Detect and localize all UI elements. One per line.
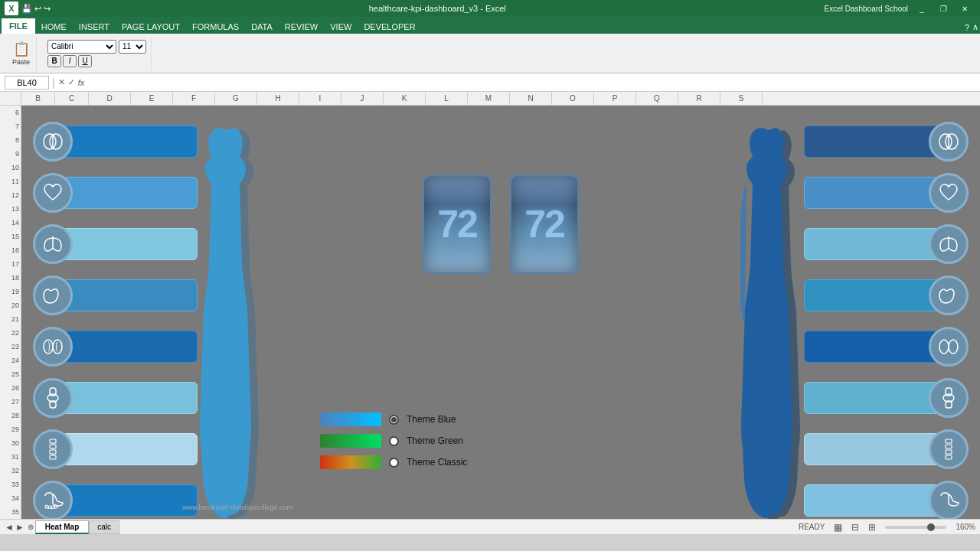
theme-blue-radio[interactable]	[389, 415, 399, 425]
col-header-P[interactable]: P	[594, 92, 636, 105]
col-header-H[interactable]: H	[257, 92, 299, 105]
tab-formulas[interactable]: FORMULAS	[186, 20, 245, 34]
organ-row-right-knee	[804, 373, 969, 422]
grid-content[interactable]: 72 72 Theme Blue Theme Gre	[21, 106, 980, 519]
svg-rect-27	[946, 439, 952, 443]
sheet-scroll-right[interactable]: ►	[15, 522, 24, 533]
redo-icon[interactable]: ↪	[44, 4, 51, 14]
status-right: READY ▦ ⊟ ⊞ 160%	[799, 522, 975, 533]
row-25: 25	[0, 367, 21, 381]
bold-button[interactable]: B	[47, 55, 61, 67]
organ-row-knee	[33, 373, 198, 422]
theme-blue-radio-dot	[391, 417, 397, 422]
bottom-status-bar: ◄ ► ⊕ Heat Map calc READY ▦ ⊟ ⊞ 160%	[0, 519, 980, 534]
row-35: 35	[0, 505, 21, 519]
tab-file[interactable]: FILE	[2, 18, 35, 34]
quick-access-toolbar: 💾 ↩ ↪	[21, 4, 51, 14]
col-header-B[interactable]: B	[21, 92, 55, 105]
kidneys-icon-right	[938, 338, 959, 355]
spine-icon-circle	[33, 429, 73, 469]
tab-page-layout[interactable]: PAGE LAYOUT	[116, 20, 186, 34]
row-34: 34	[0, 491, 21, 505]
cancel-icon[interactable]: ✕	[58, 77, 65, 87]
dashboard-container: 72 72 Theme Blue Theme Gre	[29, 113, 972, 511]
col-header-J[interactable]: J	[341, 92, 384, 105]
page-break-icon[interactable]: ⊞	[868, 522, 876, 533]
knee-icon-right	[941, 387, 956, 409]
col-header-G[interactable]: G	[215, 92, 257, 105]
row-11: 11	[0, 174, 21, 188]
undo-icon[interactable]: ↩	[34, 4, 41, 14]
col-header-E[interactable]: E	[131, 92, 173, 105]
theme-option-green[interactable]: Theme Green	[320, 434, 467, 448]
formula-input[interactable]	[87, 76, 975, 90]
col-header-M[interactable]: M	[468, 92, 510, 105]
save-icon[interactable]: 💾	[21, 4, 32, 14]
tab-insert[interactable]: INSERT	[73, 20, 116, 34]
tab-view[interactable]: VIEW	[324, 20, 358, 34]
font-family-select[interactable]: Calibri	[47, 40, 116, 54]
underline-button[interactable]: U	[78, 55, 92, 67]
col-header-F[interactable]: F	[173, 92, 215, 105]
theme-option-blue[interactable]: Theme Blue	[320, 412, 467, 426]
organ-row-right-kidneys	[804, 322, 969, 371]
font-size-select[interactable]: 11	[119, 40, 146, 54]
row-30: 30	[0, 436, 21, 450]
italic-button[interactable]: I	[63, 55, 77, 67]
sheet-add-button[interactable]: ⊕	[28, 523, 34, 531]
app-branding: Excel Dashboard School	[824, 5, 908, 13]
lungs-icon-right	[938, 234, 959, 254]
sheet-tab-heatmap[interactable]: Heat Map	[35, 520, 89, 534]
row-19: 19	[0, 285, 21, 298]
close-button[interactable]: ✕	[954, 0, 975, 17]
col-header-O[interactable]: O	[552, 92, 594, 105]
enter-icon[interactable]: ✓	[68, 77, 75, 87]
window-controls[interactable]: _ ❐ ✕	[911, 0, 975, 17]
spine-icon-right	[943, 439, 954, 460]
svg-point-15	[45, 505, 48, 508]
formula-bar: | ✕ ✓ fx	[0, 73, 980, 92]
ready-status: READY	[799, 523, 825, 531]
organ-row-right-stomach	[804, 271, 969, 320]
svg-point-17	[51, 506, 54, 509]
sheet-scroll-left[interactable]: ◄	[5, 522, 14, 533]
knee-icon	[45, 387, 60, 409]
col-header-R[interactable]: R	[678, 92, 720, 105]
sheet-tab-calc[interactable]: calc	[89, 520, 119, 534]
heart-icon-right	[939, 184, 959, 202]
organ-row-heart	[33, 168, 198, 217]
svg-rect-30	[946, 455, 952, 459]
theme-green-radio[interactable]	[389, 436, 399, 446]
col-header-C[interactable]: C	[55, 92, 89, 105]
left-body-silhouette	[175, 113, 286, 519]
row-20: 20	[0, 298, 21, 312]
zoom-level: 160%	[956, 523, 975, 531]
help-icon[interactable]: ?	[965, 23, 969, 32]
normal-view-icon[interactable]: ▦	[834, 522, 842, 533]
tab-data[interactable]: DATA	[245, 20, 279, 34]
ribbon-collapse-icon[interactable]: ∧	[972, 22, 978, 32]
name-box[interactable]	[5, 76, 49, 90]
col-header-S[interactable]: S	[720, 92, 763, 105]
knee-icon-circle-right	[929, 378, 969, 418]
col-header-K[interactable]: K	[384, 92, 426, 105]
col-header-N[interactable]: N	[510, 92, 552, 105]
main-area: 6 7 8 9 10 11 12 13 14 15 16 17 18 19 20…	[0, 106, 980, 519]
page-layout-icon[interactable]: ⊟	[851, 522, 859, 533]
tab-developer[interactable]: DEVELOPER	[358, 20, 421, 34]
tab-review[interactable]: REVIEW	[279, 20, 324, 34]
col-header-Q[interactable]: Q	[636, 92, 678, 105]
theme-blue-gradient	[320, 412, 381, 426]
col-header-D[interactable]: D	[89, 92, 131, 105]
zoom-handle[interactable]	[927, 523, 935, 531]
col-header-L[interactable]: L	[426, 92, 468, 105]
restore-button[interactable]: ❐	[933, 0, 954, 17]
tab-home[interactable]: HOME	[35, 20, 73, 34]
minimize-button[interactable]: _	[911, 0, 933, 17]
theme-classic-radio[interactable]	[389, 458, 399, 468]
col-header-I[interactable]: I	[299, 92, 341, 105]
zoom-slider[interactable]	[885, 526, 946, 529]
paste-icon[interactable]: 📋	[13, 41, 30, 57]
row-6: 6	[0, 106, 21, 119]
theme-option-classic[interactable]: Theme Classic	[320, 455, 467, 469]
